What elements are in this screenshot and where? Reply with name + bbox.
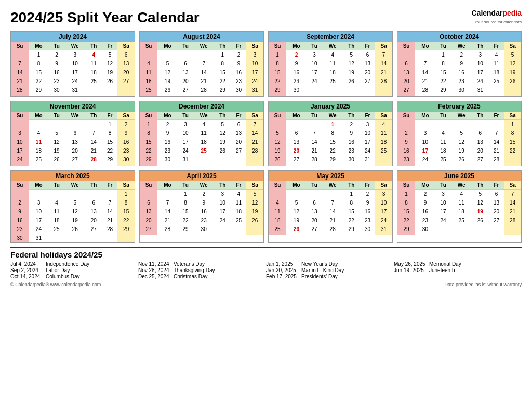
day-26: 26 xyxy=(214,146,231,155)
day-header-sa: Sa xyxy=(375,42,392,50)
holiday-row: Jan 20, 2025Martin L. King Day xyxy=(266,267,390,273)
day-header-we: We xyxy=(193,42,214,50)
day-24: 24 xyxy=(64,77,85,86)
empty-cell xyxy=(322,94,343,96)
day-25: 25 xyxy=(85,77,102,86)
day-header-we: We xyxy=(64,181,85,190)
day-12: 12 xyxy=(504,59,521,68)
empty-cell xyxy=(117,86,135,94)
empty-cell xyxy=(435,234,451,235)
empty-cell xyxy=(322,164,343,166)
empty-cell xyxy=(375,94,392,96)
empty-cell xyxy=(246,164,263,166)
empty-cell xyxy=(343,234,360,235)
day-1: 1 xyxy=(397,190,415,199)
empty-cell xyxy=(343,94,360,96)
day-3: 3 xyxy=(435,190,451,199)
day-header-fr: Fr xyxy=(360,181,376,190)
day-header-su: Su xyxy=(269,112,286,120)
day-header-tu: Tu xyxy=(435,112,451,120)
day-17: 17 xyxy=(415,146,435,155)
day-31: 31 xyxy=(360,155,376,164)
day-13: 13 xyxy=(140,207,157,216)
empty-cell xyxy=(307,190,323,199)
day-23: 23 xyxy=(49,77,65,86)
day-header-sa: Sa xyxy=(375,181,392,190)
calendar-november-2024: November 2024SuMoTuWeThFrSa1234567891011… xyxy=(10,101,135,166)
day-12: 12 xyxy=(269,138,286,146)
day-31: 31 xyxy=(64,86,85,94)
day-header-fr: Fr xyxy=(102,112,118,120)
day-19: 19 xyxy=(102,68,118,77)
day-8: 8 xyxy=(140,129,157,138)
day-11: 11 xyxy=(140,68,157,77)
day-11: 11 xyxy=(435,138,451,146)
day-14: 14 xyxy=(322,207,343,216)
day-19: 19 xyxy=(286,216,307,225)
day-4: 4 xyxy=(140,59,157,68)
day-11: 11 xyxy=(322,59,343,68)
day-23: 23 xyxy=(11,225,29,234)
day-12: 12 xyxy=(472,198,489,207)
empty-cell xyxy=(375,86,392,94)
day-21: 21 xyxy=(85,146,102,155)
day-30: 30 xyxy=(451,86,472,94)
day-2: 2 xyxy=(451,50,472,60)
holiday-date: Dec 25, 2024 xyxy=(138,274,170,279)
day-29: 29 xyxy=(269,86,286,94)
day-header-su: Su xyxy=(140,42,157,50)
day-16: 16 xyxy=(451,68,472,77)
day-header-mo: Mo xyxy=(415,42,435,50)
day-header-su: Su xyxy=(140,181,157,190)
day-30: 30 xyxy=(360,225,376,234)
day-7: 7 xyxy=(504,190,521,199)
empty-cell xyxy=(214,164,231,166)
empty-cell xyxy=(193,50,214,60)
day-13: 13 xyxy=(117,59,135,68)
day-22: 22 xyxy=(343,216,360,225)
day-8: 8 xyxy=(214,59,231,68)
day-22: 22 xyxy=(29,77,49,86)
empty-cell xyxy=(269,94,286,96)
day-20: 20 xyxy=(231,138,247,146)
day-26: 26 xyxy=(504,77,521,86)
empty-cell xyxy=(102,86,118,94)
empty-cell xyxy=(322,86,343,94)
day-23: 23 xyxy=(343,146,360,155)
day-24: 24 xyxy=(360,146,376,155)
day-19: 19 xyxy=(343,68,360,77)
day-header-th: Th xyxy=(214,181,231,190)
day-23: 23 xyxy=(193,216,214,225)
empty-cell xyxy=(11,94,29,96)
empty-cell xyxy=(489,94,504,96)
day-28: 28 xyxy=(489,155,504,164)
day-8: 8 xyxy=(102,129,118,138)
day-17: 17 xyxy=(178,138,194,146)
holiday-row: Sep 2, 2024Labor Day xyxy=(10,267,134,273)
day-15: 15 xyxy=(29,68,49,77)
day-7: 7 xyxy=(375,50,392,60)
day-29: 29 xyxy=(102,155,118,164)
day-17: 17 xyxy=(307,68,323,77)
holiday-row: Jun 19, 2025Juneteenth xyxy=(394,267,517,273)
day-6: 6 xyxy=(307,198,323,207)
empty-cell xyxy=(102,164,118,166)
day-8: 8 xyxy=(117,198,135,207)
day-22: 22 xyxy=(504,146,521,155)
day-23: 23 xyxy=(415,216,435,225)
day-19: 19 xyxy=(504,68,521,77)
empty-cell xyxy=(157,190,178,199)
day-11: 11 xyxy=(489,59,504,68)
empty-cell xyxy=(489,86,504,94)
day-header-th: Th xyxy=(472,42,489,50)
day-header-th: Th xyxy=(214,112,231,120)
day-9: 9 xyxy=(157,129,178,138)
day-header-we: We xyxy=(193,181,214,190)
holiday-name: Memorial Day xyxy=(429,261,461,267)
empty-cell xyxy=(117,94,135,96)
day-27: 27 xyxy=(360,77,376,86)
day-15: 15 xyxy=(435,68,451,77)
day-header-th: Th xyxy=(472,112,489,120)
empty-cell xyxy=(214,94,231,96)
empty-cell xyxy=(286,190,307,199)
